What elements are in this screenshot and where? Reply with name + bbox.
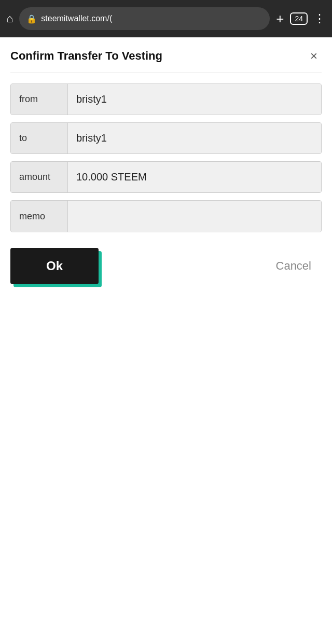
ok-button[interactable]: Ok [10, 248, 99, 284]
memo-row: memo [10, 200, 322, 232]
to-label: to [11, 123, 68, 153]
dialog-header: Confirm Transfer To Vesting × [10, 48, 322, 73]
browser-menu-icon[interactable]: ⋮ [314, 12, 326, 25]
url-text: steemitwallet.com/( [41, 14, 112, 23]
confirm-transfer-dialog: Confirm Transfer To Vesting × from brist… [10, 48, 322, 295]
from-value: bristy1 [68, 84, 321, 115]
add-tab-icon[interactable]: + [276, 11, 284, 27]
close-button[interactable]: × [306, 48, 322, 64]
from-label: from [11, 84, 68, 115]
page-content: Confirm Transfer To Vesting × from brist… [0, 37, 332, 644]
cancel-button[interactable]: Cancel [266, 254, 322, 278]
lock-icon: 🔒 [26, 14, 37, 24]
to-value: bristy1 [68, 123, 321, 153]
dialog-title: Confirm Transfer To Vesting [10, 49, 162, 63]
ok-button-wrapper: Ok [10, 248, 99, 284]
amount-value: 10.000 STEEM [68, 162, 321, 192]
tabs-count-badge[interactable]: 24 [290, 12, 308, 25]
memo-label: memo [11, 201, 68, 232]
home-icon[interactable]: ⌂ [6, 12, 13, 25]
amount-label: amount [11, 162, 68, 192]
to-row: to bristy1 [10, 122, 322, 154]
memo-value[interactable] [68, 201, 321, 232]
browser-chrome: ⌂ 🔒 steemitwallet.com/( + 24 ⋮ [0, 0, 332, 37]
url-bar[interactable]: 🔒 steemitwallet.com/( [19, 7, 270, 30]
from-row: from bristy1 [10, 83, 322, 115]
amount-row: amount 10.000 STEEM [10, 161, 322, 193]
button-row: Ok Cancel [10, 248, 322, 295]
